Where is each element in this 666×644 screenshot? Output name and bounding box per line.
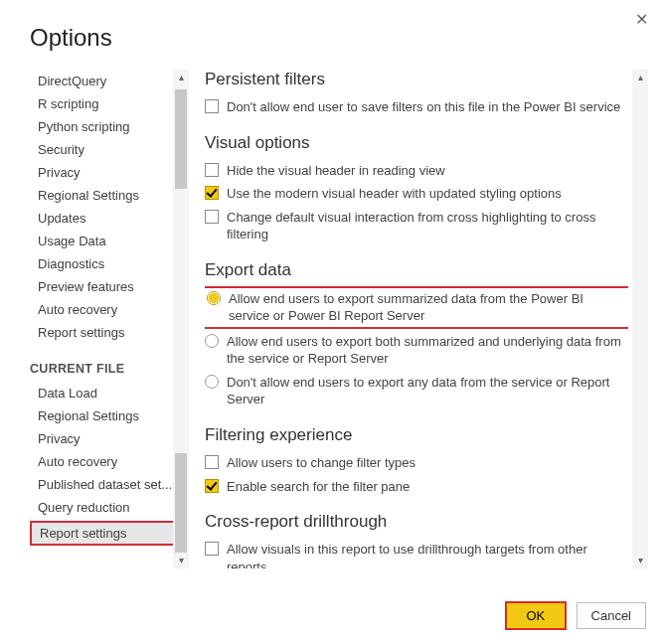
checkbox-persistent-disallow[interactable] (205, 99, 219, 113)
section-title-visual-options: Visual options (205, 133, 628, 153)
checkbox-hide-visual-header[interactable] (205, 163, 219, 177)
page-title: Options (30, 24, 112, 52)
ok-button[interactable]: OK (505, 601, 567, 630)
footer-buttons: OK Cancel (499, 601, 646, 630)
section-title-cross-report-drillthrough: Cross-report drillthrough (205, 512, 628, 532)
sidebar-item-python-scripting[interactable]: Python scripting (30, 115, 189, 138)
sidebar-item-r-scripting[interactable]: R scripting (30, 92, 189, 115)
sidebar-item-security[interactable]: Security (30, 138, 189, 161)
option-label: Don't allow end users to export any data… (227, 374, 628, 408)
radio-export-none[interactable] (205, 375, 219, 389)
checkbox-modern-visual-header[interactable] (205, 186, 219, 200)
option-label: Allow end users to export summarized dat… (229, 290, 626, 325)
option-label: Change default visual interaction from c… (227, 209, 628, 243)
content-pane: Persistent filters Don't allow end user … (205, 70, 628, 568)
sidebar: DirectQuery R scripting Python scripting… (30, 70, 189, 568)
section-title-export-data: Export data (205, 260, 628, 280)
sidebar-item-preview-features[interactable]: Preview features (30, 275, 189, 298)
sidebar-item-privacy[interactable]: Privacy (30, 161, 189, 184)
option-label: Don't allow end user to save filters on … (227, 98, 628, 116)
sidebar-item-regional-settings-file[interactable]: Regional Settings (30, 404, 189, 427)
sidebar-scrollbar[interactable]: ▴ ▾ (173, 70, 189, 568)
option-label: Allow users to change filter types (227, 454, 628, 472)
sidebar-item-data-load[interactable]: Data Load (30, 382, 189, 404)
sidebar-item-report-settings-global[interactable]: Report settings (30, 321, 189, 344)
sidebar-item-auto-recovery[interactable]: Auto recovery (30, 298, 189, 321)
checkbox-cross-report-drillthrough[interactable] (205, 542, 219, 556)
sidebar-item-directquery[interactable]: DirectQuery (30, 70, 189, 92)
sidebar-item-published-dataset[interactable]: Published dataset set... (30, 473, 189, 496)
option-label: Use the modern visual header with update… (227, 185, 628, 203)
option-label: Allow visuals in this report to use dril… (227, 541, 628, 568)
sidebar-item-usage-data[interactable]: Usage Data (30, 230, 189, 252)
option-label: Enable search for the filter pane (227, 478, 628, 496)
sidebar-item-auto-recovery-file[interactable]: Auto recovery (30, 450, 189, 473)
close-icon[interactable]: ✕ (627, 6, 656, 33)
scroll-thumb[interactable] (175, 453, 187, 553)
sidebar-item-regional-settings[interactable]: Regional Settings (30, 184, 189, 207)
checkbox-cross-filtering[interactable] (205, 210, 219, 224)
option-label: Allow end users to export both summarize… (227, 333, 628, 368)
section-title-persistent-filters: Persistent filters (205, 70, 628, 89)
sidebar-item-privacy-file[interactable]: Privacy (30, 427, 189, 450)
section-title-filtering-experience: Filtering experience (205, 425, 628, 445)
checkbox-enable-filter-search[interactable] (205, 479, 219, 493)
checkbox-allow-filter-type-change[interactable] (205, 455, 219, 469)
radio-export-both[interactable] (205, 334, 219, 348)
radio-export-summarized[interactable] (207, 291, 221, 305)
option-label: Hide the visual header in reading view (227, 162, 628, 180)
sidebar-item-updates[interactable]: Updates (30, 207, 189, 230)
cancel-button[interactable]: Cancel (577, 602, 646, 629)
chevron-up-icon[interactable]: ▴ (173, 70, 189, 85)
sidebar-item-report-settings[interactable]: Report settings (30, 521, 189, 546)
content-scrollbar[interactable]: ▴ ▾ (632, 70, 648, 568)
sidebar-item-diagnostics[interactable]: Diagnostics (30, 252, 189, 275)
sidebar-item-query-reduction[interactable]: Query reduction (30, 496, 189, 519)
chevron-down-icon[interactable]: ▾ (632, 553, 648, 568)
chevron-up-icon[interactable]: ▴ (632, 70, 648, 85)
sidebar-heading-current-file: CURRENT FILE (30, 344, 189, 382)
scroll-thumb[interactable] (175, 89, 187, 189)
chevron-down-icon[interactable]: ▾ (173, 553, 189, 568)
